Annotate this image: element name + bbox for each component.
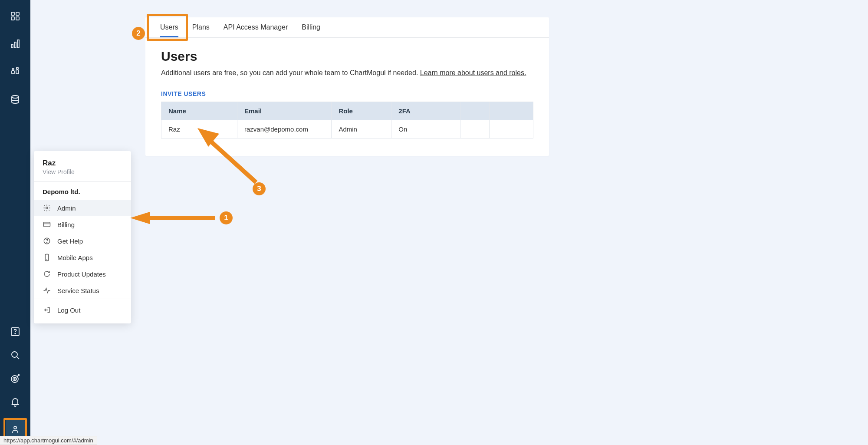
th-name: Name (161, 102, 237, 120)
svg-rect-4 (11, 44, 13, 48)
th-2fa: 2FA (391, 102, 460, 120)
tab-plans[interactable]: Plans (185, 17, 217, 37)
bell-icon[interactable] (10, 396, 21, 408)
svg-marker-30 (130, 212, 150, 224)
th-email: Email (237, 102, 332, 120)
admin-card: Users Plans API Access Manager Billing U… (145, 17, 549, 156)
menu-label: Product Updates (57, 270, 106, 278)
svg-rect-3 (16, 17, 19, 20)
cell-email: razvan@depomo.com (237, 120, 332, 138)
svg-point-21 (46, 207, 48, 209)
card-icon (43, 220, 51, 229)
target-icon[interactable] (10, 373, 21, 384)
annotation-badge-2: 2 (132, 27, 145, 40)
svg-rect-6 (17, 40, 19, 48)
svg-point-7 (12, 68, 14, 70)
svg-rect-8 (12, 71, 14, 74)
menu-item-product-updates[interactable]: Product Updates (34, 266, 131, 282)
menu-label: Service Status (57, 287, 99, 294)
sidebar (0, 0, 30, 445)
svg-point-25 (46, 242, 47, 243)
svg-point-11 (12, 96, 19, 98)
svg-point-9 (16, 67, 18, 69)
gear-icon (43, 204, 51, 212)
svg-rect-10 (16, 70, 19, 74)
table-row[interactable]: Raz razvan@depomo.com Admin On (161, 120, 533, 138)
question-circle-icon (43, 237, 51, 245)
tabs: Users Plans API Access Manager Billing (145, 17, 549, 38)
cell-name: Raz (161, 120, 237, 138)
menu-item-admin[interactable]: Admin (34, 200, 131, 216)
svg-rect-5 (14, 42, 16, 48)
menu-label: Log Out (57, 307, 80, 314)
analytics-icon[interactable] (10, 38, 21, 49)
invite-users-button[interactable]: INVITE USERS (161, 90, 206, 97)
menu-item-service-status[interactable]: Service Status (34, 282, 131, 299)
cell-blank2 (490, 120, 533, 138)
th-role: Role (332, 102, 391, 120)
svg-line-15 (17, 357, 19, 359)
popup-company-name: Depomo ltd. (34, 182, 131, 200)
svg-rect-2 (11, 17, 14, 20)
svg-point-14 (12, 352, 17, 357)
logout-icon (43, 306, 51, 314)
view-profile-link[interactable]: View Profile (43, 168, 122, 175)
menu-item-get-help[interactable]: Get Help (34, 233, 131, 249)
dashboard-icon[interactable] (10, 10, 21, 22)
page-description: Additional users are free, so you can ad… (161, 69, 533, 77)
th-blank1 (460, 102, 490, 120)
tab-api-access-manager[interactable]: API Access Manager (217, 17, 295, 37)
menu-item-billing[interactable]: Billing (34, 216, 131, 233)
search-icon[interactable] (10, 349, 21, 361)
learn-more-link[interactable]: Learn more about users and roles. (420, 69, 526, 76)
svg-point-20 (14, 426, 16, 429)
refresh-icon (43, 270, 51, 278)
svg-point-13 (15, 333, 16, 334)
page-title: Users (161, 49, 533, 64)
annotation-arrow-1 (130, 211, 221, 227)
svg-point-18 (14, 379, 15, 379)
annotation-badge-3: 3 (253, 182, 266, 195)
mobile-icon (43, 253, 51, 262)
svg-rect-1 (16, 12, 19, 15)
menu-label: Get Help (57, 237, 83, 245)
description-text: Additional users are free, so you can ad… (161, 69, 420, 76)
activity-icon (43, 286, 51, 295)
menu-label: Billing (57, 221, 75, 228)
svg-rect-22 (44, 222, 50, 227)
status-bar-url: https://app.chartmogul.com/#/admin (0, 436, 97, 445)
popup-profile-name: Raz (43, 159, 122, 168)
stack-icon[interactable] (10, 94, 21, 105)
svg-rect-0 (11, 12, 14, 15)
tab-billing[interactable]: Billing (295, 17, 327, 37)
cell-2fa: On (391, 120, 460, 138)
profile-popup: Raz View Profile Depomo ltd. Admin Billi… (34, 151, 131, 323)
menu-item-mobile-apps[interactable]: Mobile Apps (34, 249, 131, 266)
annotation-badge-1: 1 (220, 211, 233, 224)
menu-label: Admin (57, 204, 76, 212)
menu-item-logout[interactable]: Log Out (34, 302, 131, 318)
cell-role: Admin (332, 120, 391, 138)
users-table: Name Email Role 2FA Raz razvan@depomo.co… (161, 102, 533, 138)
menu-label: Mobile Apps (57, 254, 93, 261)
help-icon[interactable] (10, 326, 21, 337)
svg-rect-26 (45, 254, 49, 261)
people-icon[interactable] (10, 66, 21, 77)
tab-users[interactable]: Users (153, 17, 185, 37)
th-blank2 (490, 102, 533, 120)
cell-blank1 (460, 120, 490, 138)
